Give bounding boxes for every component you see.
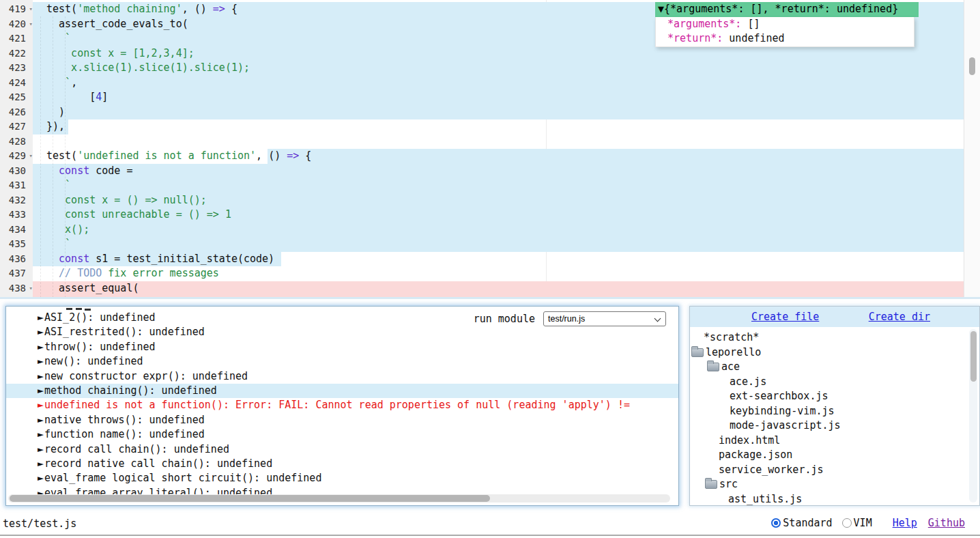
gutter-line-number[interactable]: 423	[0, 61, 33, 76]
code-line[interactable]: assert_equal(	[33, 281, 980, 296]
file-tree-item[interactable]: service_worker.js	[690, 463, 970, 478]
gutter-line-number[interactable]: 421	[0, 31, 33, 46]
test-list-item[interactable]: ►ASI_restrited(): undefined	[6, 325, 678, 339]
gutter-line-number[interactable]: 426	[0, 105, 33, 120]
github-link[interactable]: Github	[928, 517, 965, 529]
run-module-control: run module test/run.js	[474, 311, 666, 326]
tooltip-body: *arguments*: [] *return*: undefined	[655, 17, 914, 47]
gutter-line-number[interactable]: 434	[0, 223, 33, 238]
file-tree-scrollbar-thumb[interactable]	[970, 331, 977, 382]
code-line[interactable]: test('undefined is not a function', () =…	[33, 149, 980, 164]
test-list-item[interactable]: ►eval_frame logical short circuit(): und…	[6, 471, 678, 485]
file-tree-item[interactable]: index.html	[690, 434, 970, 449]
tooltip-collapsed-header[interactable]: ▼{*arguments*: [], *return*: undefined}	[655, 2, 919, 17]
horizontal-scrollbar-thumb[interactable]	[10, 495, 490, 502]
run-module-select[interactable]: test/run.js	[543, 311, 666, 326]
gutter-line-number[interactable]: 425	[0, 90, 33, 105]
expand-arrow-icon[interactable]: ►	[38, 457, 44, 470]
code-line[interactable]	[33, 134, 980, 150]
code-line[interactable]: const x = () => null();	[33, 193, 980, 208]
file-tree-item[interactable]: src	[690, 477, 970, 492]
gutter-line-number[interactable]: 419▾	[0, 2, 33, 17]
gutter-line-number[interactable]: 427	[0, 119, 33, 134]
expand-arrow-icon[interactable]: ►	[38, 399, 44, 411]
test-item-label: eval_frame logical short circuit(): unde…	[44, 472, 321, 484]
gutter-line-number[interactable]: 437	[0, 266, 33, 281]
gutter-line-number[interactable]: 436	[0, 252, 33, 267]
test-list-item[interactable]: ►new constructor expr(): undefined	[6, 369, 678, 384]
expand-arrow-icon[interactable]: ►	[38, 443, 44, 455]
editor-scrollbar[interactable]	[964, 0, 980, 298]
gutter-line-number[interactable]: 429▾	[0, 149, 33, 164]
expand-arrow-icon[interactable]: ►	[38, 341, 44, 353]
file-tree-label: ace	[721, 360, 740, 375]
code-line[interactable]: const code =	[33, 164, 980, 179]
file-tree-item[interactable]: mode-javascript.js	[690, 419, 970, 434]
expand-arrow-icon[interactable]: ►	[38, 370, 44, 382]
gutter-line-number[interactable]: 438▾	[0, 281, 33, 296]
test-list-item[interactable]: ►function name(): undefined	[6, 427, 678, 442]
radio-standard[interactable]	[771, 518, 781, 528]
expand-arrow-icon[interactable]: ►	[38, 355, 44, 367]
code-text: const unreachable = () => 1	[33, 208, 980, 223]
code-editor[interactable]: 419▾test('method chaining', () => {420▾ …	[0, 0, 980, 298]
code-line[interactable]: const s1 = test_initial_state(code)	[33, 252, 980, 267]
code-line[interactable]: }),	[33, 119, 980, 134]
editor-bottom-edge	[0, 297, 980, 299]
file-tree-item[interactable]: leporello	[690, 345, 970, 360]
expand-arrow-icon[interactable]: ►	[38, 472, 44, 484]
expand-arrow-icon[interactable]: ►	[38, 311, 44, 324]
help-link[interactable]: Help	[893, 517, 917, 529]
gutter-line-number[interactable]: 433	[0, 208, 33, 223]
horizontal-scrollbar[interactable]	[8, 494, 670, 502]
file-tree-item[interactable]: ace	[690, 360, 970, 375]
code-line[interactable]: x.slice(1).slice(1).slice(1);	[33, 61, 980, 76]
indent-guide	[40, 16, 41, 298]
tooltip-entry[interactable]: *return*: undefined	[656, 31, 914, 46]
create-file-link[interactable]: Create file	[751, 311, 819, 323]
gutter-line-number[interactable]: 430	[0, 164, 33, 179]
code-line[interactable]: `	[33, 178, 980, 193]
code-text: const x = [1,2,3,4];	[33, 46, 980, 61]
code-line[interactable]: const x = [1,2,3,4];	[33, 46, 980, 61]
test-list-item[interactable]: ►native throws(): undefined	[6, 413, 678, 427]
file-tree-item[interactable]: package.json	[690, 448, 970, 463]
gutter-line-number[interactable]: 428	[0, 134, 33, 150]
test-list-item[interactable]: ►method chaining(): undefined	[6, 384, 678, 398]
expand-arrow-icon[interactable]: ►	[38, 384, 44, 397]
test-list-item[interactable]: ►record native call chain(): undefined	[6, 457, 678, 471]
file-tree-scrollbar[interactable]	[969, 329, 977, 502]
file-tree-item[interactable]: *scratch*	[690, 330, 970, 345]
expand-arrow-icon[interactable]: ►	[38, 414, 44, 426]
file-tree-item[interactable]: ast_utils.js	[690, 492, 970, 507]
code-line[interactable]: const unreachable = () => 1	[33, 208, 980, 223]
gutter-line-number[interactable]: 431	[0, 178, 33, 193]
code-line[interactable]: // TODO fix error messages	[33, 266, 980, 281]
radio-vim[interactable]	[842, 518, 852, 528]
file-tree-item[interactable]: ace.js	[690, 375, 970, 390]
code-line[interactable]: `,	[33, 76, 980, 91]
gutter-line-number[interactable]: 420▾	[0, 17, 33, 32]
code-line[interactable]: `	[33, 237, 980, 252]
gutter-line-number[interactable]: 424	[0, 76, 33, 91]
create-dir-link[interactable]: Create dir	[869, 311, 930, 323]
expand-arrow-icon[interactable]: ►	[38, 428, 44, 440]
test-results-panel: ►ASI_2(): undefined►ASI_restrited(): und…	[5, 306, 679, 506]
file-tree-item[interactable]: keybinding-vim.js	[690, 404, 970, 419]
gutter-line-number[interactable]: 432	[0, 193, 33, 208]
test-list-item[interactable]: ►undefined is not a function(): Error: F…	[6, 398, 678, 412]
test-list-item[interactable]: ►new(): undefined	[6, 354, 678, 369]
tooltip-entry[interactable]: *arguments*: []	[656, 17, 914, 32]
code-line[interactable]: x();	[33, 223, 980, 238]
code-line[interactable]: )	[33, 105, 980, 120]
gutter-line-number[interactable]: 435	[0, 237, 33, 252]
editor-scrollbar-thumb[interactable]	[969, 57, 975, 75]
mode-label-vim[interactable]: VIM	[854, 517, 872, 529]
mode-label-standard[interactable]: Standard	[783, 517, 832, 529]
test-list-item[interactable]: ►record call chain(): undefined	[6, 442, 678, 457]
code-line[interactable]: [4]	[33, 90, 980, 105]
gutter-line-number[interactable]: 422	[0, 46, 33, 61]
file-tree-item[interactable]: ext-searchbox.js	[690, 389, 970, 404]
expand-arrow-icon[interactable]: ►	[38, 326, 44, 338]
test-list-item[interactable]: ►throw(): undefined	[6, 340, 678, 354]
